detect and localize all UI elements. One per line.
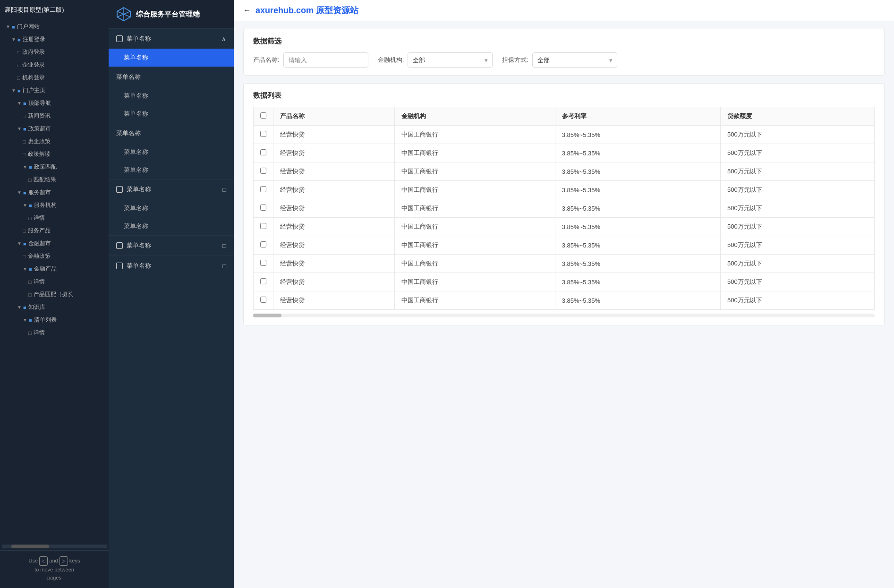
table-row[interactable]: 经营快贷 中国工商银行 3.85%~5.35% 500万元以下: [254, 181, 875, 199]
row-amount: 500万元以下: [720, 162, 874, 181]
table-row[interactable]: 经营快贷 中国工商银行 3.85%~5.35% 500万元以下: [254, 273, 875, 291]
tree-item-finance-detail[interactable]: □ 详情: [0, 275, 109, 288]
nav-submenu-item-4-2[interactable]: 菜单名称: [109, 217, 234, 235]
tree-item-knowledge[interactable]: ▼ ■ 知识库: [0, 301, 109, 314]
row-checkbox-cell: [254, 199, 273, 218]
tree-item-finance-policy[interactable]: □ 金融政策: [0, 250, 109, 263]
folder-icon: ■: [29, 203, 32, 208]
filter-guarantee-select[interactable]: 全部 抵押 信用: [532, 52, 617, 68]
tree-item-ent-login[interactable]: □ 企业登录: [0, 59, 109, 71]
nav-menu-item-6[interactable]: 菜单名称 □: [109, 256, 234, 276]
table-row[interactable]: 经营快贷 中国工商银行 3.85%~5.35% 500万元以下: [254, 199, 875, 218]
tree-item-portal[interactable]: ▼ ■ 门户网站: [0, 20, 109, 33]
row-rate: 3.85%~5.35%: [555, 162, 720, 181]
filter-bank-select-wrap: 全部 中国工商银行 中国建设银行: [408, 52, 493, 68]
folder-icon: ■: [12, 24, 15, 30]
nav-submenu-item-2-2[interactable]: 菜单名称: [109, 105, 234, 123]
table-row[interactable]: 经营快贷 中国工商银行 3.85%~5.35% 500万元以下: [254, 236, 875, 255]
row-checkbox-0[interactable]: [260, 131, 266, 137]
tree-item-finance-product[interactable]: ▼ ■ 金融产品: [0, 263, 109, 275]
nav-menu-group-5: 菜单名称 □: [109, 236, 234, 256]
table-row[interactable]: 经营快贷 中国工商银行 3.85%~5.35% 500万元以下: [254, 218, 875, 236]
row-checkbox-9[interactable]: [260, 297, 266, 303]
tree-item-homepage[interactable]: ▼ ■ 门户主页: [0, 84, 109, 97]
nav-submenu-item-3-1[interactable]: 菜单名称: [109, 143, 234, 161]
nav-menu-item-5[interactable]: 菜单名称 □: [109, 236, 234, 256]
row-checkbox-6[interactable]: [260, 241, 266, 247]
tree-item-policy-market[interactable]: ▼ ■ 政策超市: [0, 122, 109, 135]
row-checkbox-cell: [254, 181, 273, 199]
filter-bank-label: 金融机构:: [378, 56, 404, 64]
nav-submenu-item-1-1[interactable]: 菜单名称: [109, 49, 234, 67]
file-icon: □: [28, 215, 32, 221]
filter-bank-select[interactable]: 全部 中国工商银行 中国建设银行: [408, 52, 493, 68]
nav-submenu-item-2-1[interactable]: 菜单名称: [109, 87, 234, 105]
tree-item-gov-login[interactable]: □ 政府登录: [0, 46, 109, 59]
tree-item-match-result[interactable]: □ 匹配结果: [0, 173, 109, 186]
scrollbar-thumb: [11, 545, 49, 548]
row-rate: 3.85%~5.35%: [555, 255, 720, 273]
table-row[interactable]: 经营快贷 中国工商银行 3.85%~5.35% 500万元以下: [254, 162, 875, 181]
chevron-right-icon-4: □: [222, 186, 226, 193]
row-product: 经营快贷: [273, 126, 395, 144]
nav-header-title: 综合服务平台管理端: [136, 10, 200, 19]
horizontal-scrollbar[interactable]: [2, 545, 107, 548]
menu-square-icon: [116, 35, 123, 42]
col-amount: 贷款额度: [720, 107, 874, 126]
table-row[interactable]: 经营快贷 中国工商银行 3.85%~5.35% 500万元以下: [254, 126, 875, 144]
filter-product-input[interactable]: [283, 52, 368, 68]
nav-menu-item-2[interactable]: 菜单名称: [109, 67, 234, 87]
row-checkbox-2[interactable]: [260, 168, 266, 174]
tree-item-service-product[interactable]: □ 服务产品: [0, 224, 109, 237]
tree-item-checklist[interactable]: ▼ ■ 清单列表: [0, 314, 109, 326]
back-arrow-icon[interactable]: ←: [243, 6, 251, 15]
row-checkbox-4[interactable]: [260, 205, 266, 211]
table-section: 数据列表 产品名称 金融机构 参考利率 贷款额度: [243, 83, 885, 325]
tree-item-register[interactable]: ▼ ■ 注册登录: [0, 33, 109, 46]
row-bank: 中国工商银行: [395, 199, 555, 218]
table-row[interactable]: 经营快贷 中国工商银行 3.85%~5.35% 500万元以下: [254, 144, 875, 162]
tree-item-enterprise-policy[interactable]: □ 惠企政策: [0, 135, 109, 148]
bottom-scrollbar[interactable]: [253, 314, 875, 317]
row-checkbox-7[interactable]: [260, 260, 266, 266]
tree-item-product-match[interactable]: □ 产品匹配（摄⻓: [0, 288, 109, 301]
table-row[interactable]: 经营快贷 中国工商银行 3.85%~5.35% 500万元以下: [254, 291, 875, 310]
nav-submenu-item-4-1[interactable]: 菜单名称: [109, 199, 234, 217]
row-checkbox-cell: [254, 255, 273, 273]
row-amount: 500万元以下: [720, 236, 874, 255]
tree-item-service-market[interactable]: ▼ ■ 服务超市: [0, 186, 109, 199]
file-icon: □: [17, 50, 20, 55]
row-checkbox-3[interactable]: [260, 186, 266, 192]
nav-menu-group-3: 菜单名称 菜单名称 菜单名称: [109, 123, 234, 179]
nav-submenu-item-3-2[interactable]: 菜单名称: [109, 161, 234, 179]
tree-item-news[interactable]: □ 新闻资讯: [0, 110, 109, 122]
filter-item-bank: 金融机构: 全部 中国工商银行 中国建设银行: [378, 52, 493, 68]
tree-item-service-detail[interactable]: □ 详情: [0, 212, 109, 224]
nav-menu-item-4[interactable]: 菜单名称 □: [109, 179, 234, 199]
tree-item-policy-reading[interactable]: □ 政策解读: [0, 148, 109, 161]
tree-item-service-org[interactable]: ▼ ■ 服务机构: [0, 199, 109, 212]
row-product: 经营快贷: [273, 199, 395, 218]
row-bank: 中国工商银行: [395, 144, 555, 162]
col-checkbox: [254, 107, 273, 126]
tree-item-org-login[interactable]: □ 机构登录: [0, 71, 109, 84]
tree-item-checklist-detail[interactable]: □ 详情: [0, 326, 109, 339]
right-key-icon: ▷: [60, 556, 68, 566]
tree-item-policy-match[interactable]: ▼ ■ 政策匹配: [0, 161, 109, 173]
table-row[interactable]: 经营快贷 中国工商银行 3.85%~5.35% 500万元以下: [254, 255, 875, 273]
nav-menu-item-3[interactable]: 菜单名称: [109, 123, 234, 143]
row-checkbox-5[interactable]: [260, 223, 266, 229]
row-bank: 中国工商银行: [395, 181, 555, 199]
nav-menu-item-1[interactable]: 菜单名称 ∧: [109, 29, 234, 49]
chevron-up-icon: ∧: [221, 35, 226, 43]
row-checkbox-8[interactable]: [260, 278, 266, 284]
folder-icon: ■: [17, 88, 21, 94]
select-all-checkbox[interactable]: [260, 112, 266, 119]
row-amount: 500万元以下: [720, 255, 874, 273]
row-checkbox-cell: [254, 126, 273, 144]
row-checkbox-1[interactable]: [260, 149, 266, 155]
row-checkbox-cell: [254, 144, 273, 162]
tree-item-finance-market[interactable]: ▼ ■ 金融超市: [0, 237, 109, 250]
menu-square-icon-4: [116, 186, 123, 193]
tree-item-top-nav[interactable]: ▼ ■ 顶部导航: [0, 97, 109, 110]
